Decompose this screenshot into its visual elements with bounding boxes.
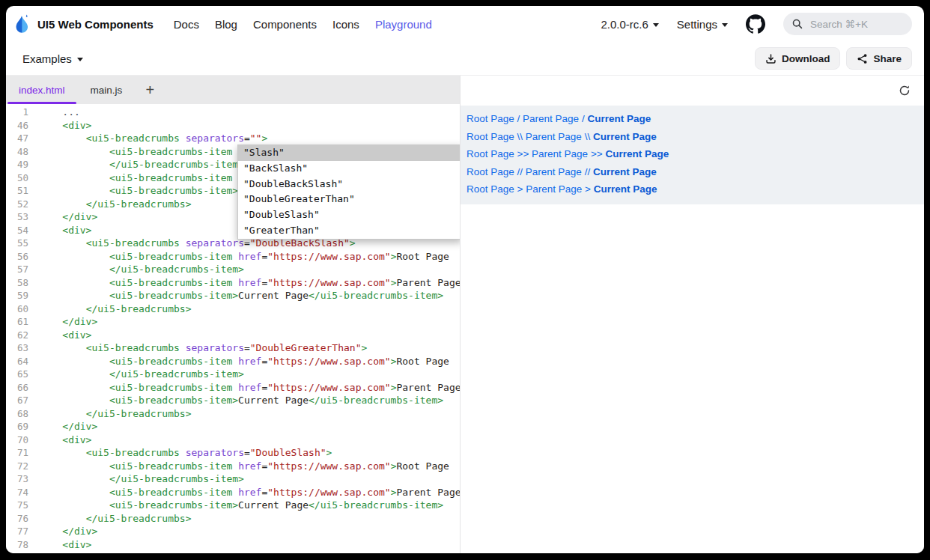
breadcrumb-separator: // [582, 166, 593, 177]
line-number: 71 [6, 446, 28, 460]
code-token [39, 211, 62, 222]
version-label: 2.0.0-rc.6 [601, 18, 648, 31]
code-line[interactable]: 72 <ui5-breadcrumbs-item href="https://w… [6, 460, 460, 473]
code-line[interactable]: 77 </div> [6, 525, 460, 538]
code-line[interactable]: 59 <ui5-breadcrumbs-item>Current Page</u… [6, 289, 460, 302]
tab-main-js[interactable]: main.js [78, 76, 136, 104]
autocomplete-option[interactable]: "BackSlash" [238, 161, 460, 177]
breadcrumb-link[interactable]: Parent Page [526, 131, 582, 142]
app-window: UI5 Web Components Docs Blog Components … [6, 6, 924, 553]
code-line[interactable]: 68 </ui5-breadcrumbs> [6, 407, 460, 421]
code-token: </div> [62, 316, 97, 327]
autocomplete-option[interactable]: "DoubleGreaterThan" [238, 192, 460, 207]
search-input[interactable] [809, 18, 902, 31]
version-dropdown[interactable]: 2.0.0-rc.6 [601, 18, 658, 31]
code-token [39, 264, 109, 275]
nav-docs[interactable]: Docs [174, 18, 199, 31]
code-line[interactable]: 78 <div> [6, 538, 460, 552]
chevron-down-icon [722, 23, 728, 27]
settings-dropdown[interactable]: Settings [677, 18, 728, 31]
tab-index-html[interactable]: index.html [6, 76, 78, 104]
autocomplete-option[interactable]: "GreaterThan" [238, 223, 460, 239]
code-line[interactable]: 66 <ui5-breadcrumbs-item href="https://w… [6, 381, 460, 395]
code-token: </div> [62, 421, 97, 432]
examples-dropdown[interactable]: Examples [22, 52, 83, 65]
nav-icons[interactable]: Icons [332, 18, 359, 31]
code-token: Parent Page [396, 277, 460, 288]
code-text: <ui5-breadcrumbs separators="DoubleSlash… [39, 447, 332, 458]
code-token [39, 146, 109, 157]
code-editor-pane: index.html main.js + 1 ...46 <div>47 <ui… [6, 76, 460, 553]
github-link[interactable] [746, 14, 765, 34]
refresh-button[interactable] [899, 85, 911, 97]
code-line[interactable]: 60 </ui5-breadcrumbs> [6, 302, 460, 316]
breadcrumb-link[interactable]: Root Page [466, 148, 514, 159]
code-line[interactable]: 63 <ui5-breadcrumbs separators="DoubleGr… [6, 341, 460, 355]
breadcrumbs-row: Root Page \\ Parent Page \\ Current Page [466, 128, 924, 146]
breadcrumb-separator: / [579, 113, 587, 124]
breadcrumb-link[interactable]: Parent Page [532, 148, 588, 159]
code-token [39, 120, 62, 131]
examples-toolbar: Examples Download Share [6, 42, 924, 75]
breadcrumb-link[interactable]: Parent Page [523, 113, 579, 124]
breadcrumb-link[interactable]: Root Page [466, 166, 514, 177]
autocomplete-option[interactable]: "Slash" [238, 145, 460, 161]
code-token: <ui5-breadcrumbs [86, 342, 180, 353]
code-line[interactable]: 73 </ui5-breadcrumbs-item> [6, 472, 460, 486]
code-line[interactable]: 1 ... [6, 106, 460, 119]
code-line[interactable]: 74 <ui5-breadcrumbs-item href="https://w… [6, 486, 460, 499]
line-number: 75 [6, 499, 28, 512]
code-line[interactable]: 76 </ui5-breadcrumbs> [6, 512, 460, 526]
breadcrumbs-row: Root Page > Parent Page > Current Page [466, 180, 924, 198]
code-line[interactable]: 75 <ui5-breadcrumbs-item>Current Page</u… [6, 499, 460, 512]
autocomplete-option[interactable]: "DoubleBackSlash" [238, 177, 460, 192]
code-line[interactable]: 62 <div> [6, 329, 460, 342]
code-token [39, 316, 62, 327]
nav-playground[interactable]: Playground [375, 18, 432, 31]
code-token: "https://www.sap.com" [267, 251, 390, 262]
code-line[interactable]: 64 <ui5-breadcrumbs-item href="https://w… [6, 355, 460, 368]
autocomplete-option[interactable]: "DoubleSlash" [238, 207, 460, 223]
code-line[interactable]: 71 <ui5-breadcrumbs separators="DoubleSl… [6, 446, 460, 460]
code-text: </ui5-breadcrumbs-item> [39, 473, 244, 484]
search-box[interactable] [783, 13, 912, 35]
code-line[interactable]: 70 <div> [6, 433, 460, 447]
breadcrumb-link[interactable]: Parent Page [526, 166, 582, 177]
code-token [39, 356, 109, 367]
code-line[interactable]: 57 </ui5-breadcrumbs-item> [6, 263, 460, 276]
code-token [39, 434, 62, 445]
code-token [180, 237, 186, 249]
nav-blog[interactable]: Blog [215, 18, 237, 31]
code-token: Current Page [238, 499, 309, 511]
line-number: 76 [6, 512, 28, 526]
add-tab-button[interactable]: + [135, 76, 165, 104]
breadcrumb-link[interactable]: Root Page [466, 113, 514, 124]
code-line[interactable]: 56 <ui5-breadcrumbs-item href="https://w… [6, 250, 460, 264]
share-button[interactable]: Share [846, 47, 912, 70]
code-line[interactable]: 65 </ui5-breadcrumbs-item> [6, 368, 460, 381]
code-token: href [238, 487, 261, 498]
breadcrumb-link[interactable]: Root Page [466, 183, 514, 195]
code-line[interactable]: 47 <ui5-breadcrumbs separators=""> [6, 132, 460, 145]
breadcrumbs-row: Root Page >> Parent Page >> Current Page [466, 145, 924, 163]
code-line[interactable]: 61 </div> [6, 315, 460, 329]
code-token: <div> [62, 225, 91, 236]
brand[interactable]: UI5 Web Components [13, 13, 154, 35]
breadcrumb-link[interactable]: Parent Page [526, 183, 582, 195]
code-text: <div> [39, 434, 91, 445]
nav-components[interactable]: Components [253, 18, 317, 31]
code-line[interactable]: 69 </div> [6, 420, 460, 433]
code-line[interactable]: 58 <ui5-breadcrumbs-item href="https://w… [6, 276, 460, 290]
tab-label: main.js [91, 85, 123, 96]
code-token [232, 382, 238, 393]
code-token [39, 539, 62, 550]
download-button[interactable]: Download [755, 47, 841, 70]
code-token: "https://www.sap.com" [267, 487, 390, 498]
download-icon [765, 53, 776, 64]
code-token: </ui5-breadcrumbs-item> [109, 159, 244, 170]
breadcrumb-link[interactable]: Root Page [466, 131, 514, 142]
code-token [39, 290, 109, 301]
code-line[interactable]: 67 <ui5-breadcrumbs-item>Current Page</u… [6, 394, 460, 407]
code-area[interactable]: 1 ...46 <div>47 <ui5-breadcrumbs separat… [6, 104, 460, 553]
code-line[interactable]: 46 <div> [6, 119, 460, 133]
